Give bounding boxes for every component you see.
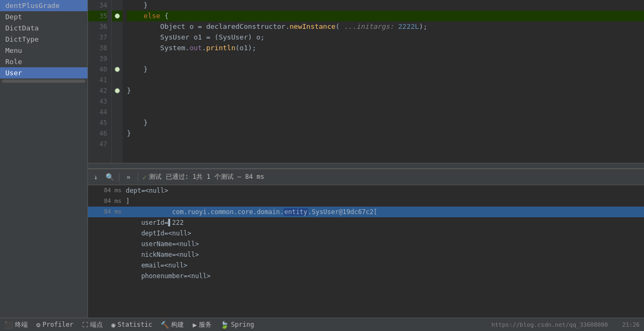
code-line-35: else { — [127, 11, 644, 21]
bottom-toolbar: ↓ 🔍 » ✓ 测试 已通过: 1共 1 个测试 – 84 ms — [88, 169, 644, 185]
line-num-39: 39 — [88, 53, 107, 64]
statistic-label: Statistic — [117, 321, 152, 328]
test-result-text: 测试 已通过: 1共 1 个测试 – 84 ms — [149, 172, 264, 182]
hint-icon-40 — [115, 67, 120, 72]
output-line-9: phonenumber=<null> — [88, 271, 644, 281]
sidebar-item-dicttype[interactable]: DictType — [0, 34, 87, 45]
time-label-3: 84 ms — [92, 207, 122, 217]
output-text-8: email=<null> — [126, 260, 188, 271]
service-label: 服务 — [199, 320, 212, 329]
test-status: ✓ 测试 已通过: 1共 1 个测试 – 84 ms — [142, 172, 264, 182]
line-numbers: 34 35 36 37 38 39 40 41 42 43 44 45 46 4… — [88, 0, 112, 163]
output-text-4: userId=▌222 — [126, 217, 183, 228]
profiler-label: Profiler — [43, 321, 74, 328]
code-line-43 — [127, 96, 644, 107]
time-label-2: 84 ms — [92, 196, 122, 207]
code-line-39 — [127, 53, 644, 64]
sidebar: dentPlusGrade Dept DictData DictType Men… — [0, 0, 88, 318]
code-area[interactable]: } else { Object o = declaredConstructor.… — [123, 0, 644, 163]
gutter-area — [112, 0, 123, 163]
status-service[interactable]: ▶ 服务 — [192, 320, 212, 329]
entity-highlight: entity — [284, 208, 308, 216]
terminal-label: 终端 — [15, 320, 28, 329]
line-num-42: 42 — [88, 85, 107, 96]
output-line-8: email=<null> — [88, 260, 644, 271]
status-endpoint[interactable]: ⛶ 端点 — [82, 320, 103, 329]
service-icon: ▶ — [192, 321, 197, 329]
editor-area: 34 35 36 37 38 39 40 41 42 43 44 45 46 4… — [88, 0, 644, 318]
sidebar-item-role[interactable]: Role — [0, 56, 87, 67]
sidebar-item-dentplusgrade[interactable]: dentPlusGrade — [0, 0, 87, 11]
hint-icon-42 — [115, 88, 120, 93]
output-text-6: userName=<null> — [126, 239, 199, 249]
output-text-7: nickName=<null> — [126, 249, 199, 260]
output-line-1: 84 ms dept=<null> — [88, 185, 644, 196]
hint-icon-35 — [115, 13, 120, 19]
line-num-38: 38 — [88, 43, 107, 53]
cursor-position: 21:26 — [622, 321, 640, 328]
scroll-down-button[interactable]: ↓ — [91, 172, 101, 182]
toolbar-separator — [119, 173, 119, 182]
main-container: dentPlusGrade Dept DictData DictType Men… — [0, 0, 644, 318]
line-num-47: 47 — [88, 139, 107, 149]
line-num-40: 40 — [88, 64, 107, 75]
bottom-content[interactable]: 84 ms dept=<null> 84 ms ] 84 ms com.ruoy… — [88, 185, 644, 318]
horizontal-scrollbar[interactable] — [88, 163, 644, 168]
line-num-45: 45 — [88, 117, 107, 128]
time-label-1: 84 ms — [92, 185, 122, 196]
line-num-34: 34 — [88, 0, 107, 11]
sidebar-item-user[interactable]: User — [0, 67, 87, 78]
build-icon: 🔨 — [160, 321, 169, 329]
code-line-34: } — [127, 0, 644, 11]
expand-button[interactable]: » — [124, 172, 133, 182]
code-content: 34 35 36 37 38 39 40 41 42 43 44 45 46 4… — [88, 0, 644, 163]
spring-icon: 🍃 — [220, 321, 229, 329]
status-statistic[interactable]: ◉ Statistic — [111, 321, 152, 329]
build-label: 构建 — [171, 320, 184, 329]
output-line-7: nickName=<null> — [88, 249, 644, 260]
line-num-37: 37 — [88, 32, 107, 43]
sidebar-item-menu[interactable]: Menu — [0, 45, 87, 56]
search-button[interactable]: 🔍 — [105, 172, 115, 182]
output-line-5: deptId=<null> — [88, 228, 644, 239]
sidebar-scrollbar[interactable] — [2, 80, 85, 83]
code-line-46: } — [127, 128, 644, 139]
line-num-35: 35 — [88, 11, 107, 21]
output-text-1: dept=<null> — [126, 185, 168, 196]
code-line-37: SysUser o1 = (SysUser) o; — [127, 32, 644, 43]
bottom-panel: ↓ 🔍 » ✓ 测试 已通过: 1共 1 个测试 – 84 ms 84 ms d… — [88, 168, 644, 318]
code-line-41 — [127, 75, 644, 85]
status-right: https://blog.csdn.net/qq_33608000 21:26 — [492, 321, 640, 328]
output-line-4: userId=▌222 — [88, 217, 644, 228]
code-line-40: } — [127, 64, 644, 75]
output-line-6: userName=<null> — [88, 239, 644, 249]
line-num-44: 44 — [88, 107, 107, 117]
profiler-icon: ⚙ — [36, 321, 41, 329]
endpoint-icon: ⛶ — [82, 321, 88, 328]
code-line-42: } — [127, 85, 644, 96]
line-num-36: 36 — [88, 21, 107, 32]
status-spring[interactable]: 🍃 Spring — [220, 321, 254, 329]
sidebar-item-dept[interactable]: Dept — [0, 11, 87, 22]
output-text-9: phonenumber=<null> — [126, 271, 211, 281]
output-line-3: 84 ms com.ruoyi.common.core.domain.entit… — [88, 207, 644, 217]
status-profiler[interactable]: ⚙ Profiler — [36, 321, 74, 329]
sidebar-item-dictdata[interactable]: DictData — [0, 22, 87, 34]
line-num-41: 41 — [88, 75, 107, 85]
line-num-46: 46 — [88, 128, 107, 139]
code-line-45: } — [127, 117, 644, 128]
endpoint-label: 端点 — [90, 320, 103, 329]
status-build[interactable]: 🔨 构建 — [160, 320, 184, 329]
terminal-icon: ⬛ — [4, 321, 13, 329]
status-terminal[interactable]: ⬛ 终端 — [4, 320, 28, 329]
blog-url: https://blog.csdn.net/qq_33608000 — [492, 321, 608, 328]
code-line-47 — [127, 139, 644, 149]
line-num-43: 43 — [88, 96, 107, 107]
code-line-38: System.out.println(o1); — [127, 43, 644, 53]
statistic-icon: ◉ — [111, 321, 116, 329]
status-bar: ⬛ 终端 ⚙ Profiler ⛶ 端点 ◉ Statistic 🔨 构建 ▶ … — [0, 318, 644, 331]
code-line-36: Object o = declaredConstructor.newInstan… — [127, 21, 644, 32]
output-text-5: deptId=<null> — [126, 228, 191, 239]
code-line-44 — [127, 107, 644, 117]
check-icon: ✓ — [142, 173, 147, 182]
